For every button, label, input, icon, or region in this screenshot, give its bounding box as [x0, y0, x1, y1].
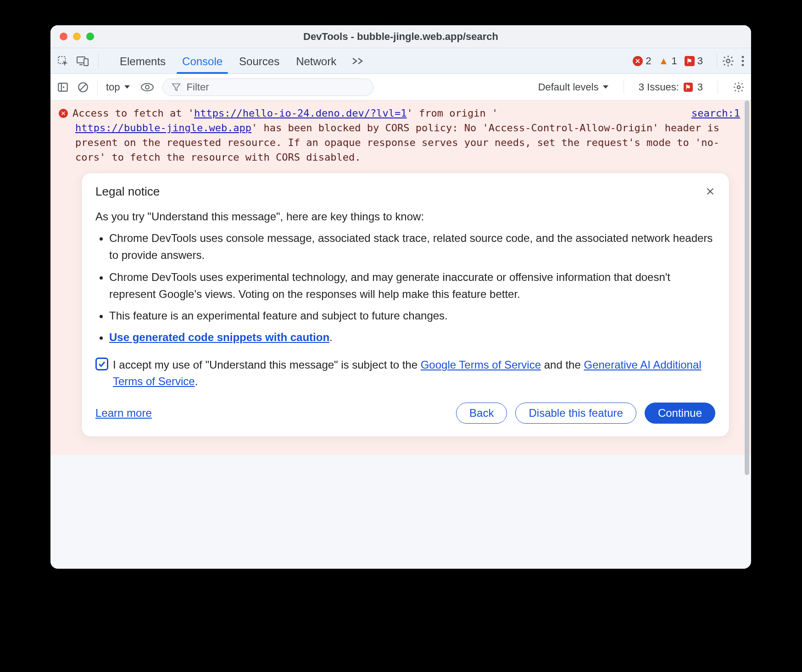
accept-checkbox[interactable] — [95, 358, 108, 370]
more-tabs-button[interactable] — [351, 56, 365, 67]
divider — [98, 54, 99, 68]
log-level-selector[interactable]: Default levels — [538, 81, 609, 93]
scrollbar-thumb[interactable] — [745, 101, 749, 475]
divider — [624, 80, 624, 94]
titlebar: DevTools - bubble-jingle.web.app/search — [50, 25, 751, 48]
context-selector-label: top — [106, 81, 120, 93]
issues-count: 3 — [697, 81, 703, 93]
settings-gear-icon[interactable] — [722, 55, 735, 67]
disable-feature-button[interactable]: Disable this feature — [515, 403, 636, 424]
issues-icon: ⚑ — [684, 83, 693, 92]
issues-label: 3 Issues: — [639, 81, 679, 93]
window-title: DevTools - bubble-jingle.web.app/search — [50, 31, 751, 43]
filter-input[interactable]: Filter — [162, 78, 373, 96]
console-content: search:1 ✕ Access to fetch at 'https://h… — [50, 101, 751, 455]
tab-network[interactable]: Network — [294, 50, 338, 73]
filter-icon — [171, 82, 181, 92]
svg-point-9 — [141, 84, 153, 91]
card-bullet: Chrome DevTools uses experimental techno… — [109, 269, 715, 302]
google-tos-link[interactable]: Google Terms of Service — [421, 358, 541, 371]
continue-button[interactable]: Continue — [645, 403, 715, 424]
svg-rect-2 — [84, 59, 88, 66]
warning-count: 1 — [672, 55, 677, 67]
error-icon: ✕ — [59, 109, 68, 118]
svg-point-4 — [742, 56, 744, 58]
minimize-window-button[interactable] — [73, 33, 81, 40]
code-snippet-caution-link[interactable]: Use generated code snippets with caution — [109, 331, 329, 343]
legal-notice-card: Legal notice As you try "Understand this… — [82, 173, 729, 437]
context-selector[interactable]: top — [106, 81, 132, 93]
console-settings-icon[interactable] — [733, 81, 745, 93]
learn-more-link[interactable]: Learn more — [95, 405, 152, 421]
error-text: Access to fetch at ' — [72, 107, 194, 119]
error-url-link[interactable]: https://hello-io-24.deno.dev/?lvl=1 — [194, 107, 407, 119]
card-title: Legal notice — [95, 183, 160, 201]
main-tabbar: Elements Console Sources Network ✕ 2 ▲ 1… — [50, 48, 751, 74]
zoom-window-button[interactable] — [86, 33, 94, 40]
error-counter[interactable]: ✕ 2 — [633, 55, 651, 67]
tab-sources[interactable]: Sources — [237, 50, 281, 73]
card-bullet: Chrome DevTools uses console message, as… — [109, 230, 715, 263]
svg-point-10 — [145, 85, 149, 89]
error-source-link[interactable]: search:1 — [691, 106, 740, 121]
error-icon: ✕ — [633, 56, 643, 66]
divider — [717, 54, 717, 68]
back-button[interactable]: Back — [456, 403, 507, 424]
panel-tabs: Elements Console Sources Network — [118, 50, 365, 73]
divider — [97, 80, 98, 94]
svg-point-5 — [742, 60, 744, 62]
tab-elements[interactable]: Elements — [118, 50, 167, 73]
inspect-element-icon[interactable] — [57, 55, 69, 67]
error-count: 2 — [646, 55, 651, 67]
card-bullet-list: Chrome DevTools uses console message, as… — [95, 230, 715, 346]
warning-icon: ▲ — [659, 56, 669, 66]
close-card-button[interactable] — [705, 186, 715, 196]
clear-console-icon[interactable] — [77, 81, 89, 93]
error-url-link[interactable]: https://bubble-jingle.web.app — [75, 122, 251, 134]
close-window-button[interactable] — [60, 33, 67, 40]
tab-console[interactable]: Console — [180, 50, 224, 73]
issues-counter[interactable]: ⚑ 3 — [685, 55, 703, 67]
issues-flag-icon: ⚑ — [685, 56, 695, 66]
devtools-window: DevTools - bubble-jingle.web.app/search … — [50, 25, 751, 569]
svg-point-6 — [742, 64, 744, 66]
card-bullet: Use generated code snippets with caution… — [109, 329, 715, 346]
card-intro: As you try "Understand this message", he… — [95, 208, 715, 225]
device-toolbar-icon[interactable] — [76, 55, 89, 67]
toggle-sidebar-icon[interactable] — [57, 81, 69, 93]
window-controls — [50, 33, 94, 40]
scrollbar[interactable] — [745, 101, 749, 569]
accept-text: I accept my use of "Understand this mess… — [113, 357, 715, 390]
console-error-row[interactable]: search:1 ✕ Access to fetch at 'https://h… — [50, 101, 751, 455]
console-filterbar: top Filter Default levels 3 Issues: ⚑ 3 — [50, 74, 751, 101]
filter-placeholder: Filter — [187, 81, 209, 93]
divider — [718, 80, 718, 94]
issues-link[interactable]: 3 Issues: ⚑ 3 — [639, 81, 703, 93]
kebab-menu-icon[interactable] — [741, 55, 745, 67]
status-counters: ✕ 2 ▲ 1 ⚑ 3 — [633, 55, 703, 67]
log-level-label: Default levels — [538, 81, 599, 93]
issues-flag-count: 3 — [697, 55, 703, 67]
card-bullet: This feature is an experimental feature … — [109, 307, 715, 324]
warning-counter[interactable]: ▲ 1 — [659, 55, 677, 67]
svg-point-11 — [737, 85, 741, 89]
svg-point-3 — [726, 59, 730, 62]
error-text: ' from origin ' — [407, 107, 498, 119]
live-expression-icon[interactable] — [140, 82, 154, 92]
